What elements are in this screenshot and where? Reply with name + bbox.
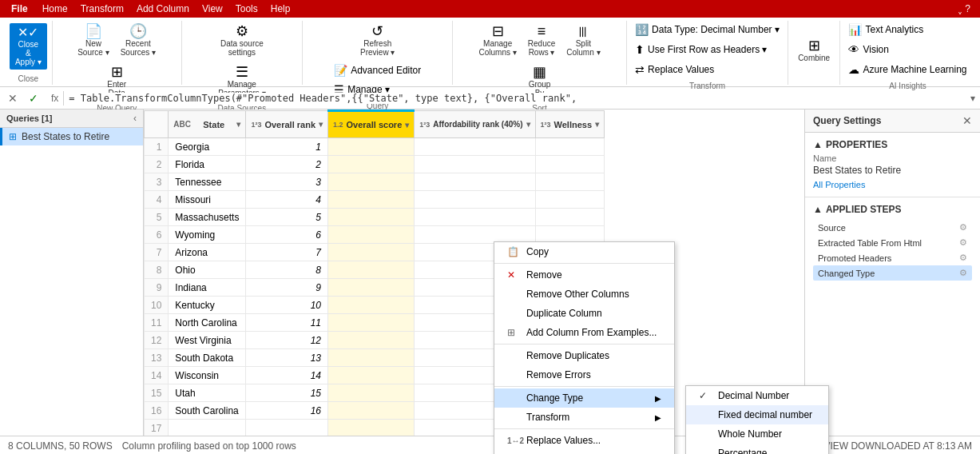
cell-rank: 15 [246, 384, 328, 402]
close-apply-button[interactable]: ✕✓ Close &Apply ▾ [10, 23, 47, 70]
col-header-state[interactable]: ABC State ▾ [169, 111, 246, 138]
manage-columns-button[interactable]: ⊟ ManageColumns ▾ [474, 21, 522, 60]
ctx-replace-values-label: Replace Values... [526, 435, 601, 446]
cell-rownum: 1 [145, 138, 169, 156]
col-header-overall-score[interactable]: 1.2 Overall score ▾ [328, 111, 415, 138]
qs-all-properties-link[interactable]: All Properties [813, 180, 865, 189]
col-header-affordability[interactable]: 1²3 Affordability rank (40%) ▾ [415, 111, 535, 138]
query-item-name: Best States to Retire [22, 131, 109, 142]
qs-steps-collapse-icon[interactable]: ▲ [813, 204, 823, 215]
data-source-settings-button[interactable]: ⚙ Data sourcesettings [216, 21, 268, 60]
cell-score [328, 420, 415, 436]
qs-properties-label: ▲ PROPERTIES [813, 139, 972, 150]
qs-close-button[interactable]: ✕ [962, 114, 972, 127]
menu-view[interactable]: View [196, 2, 229, 16]
ctx-add-examples-icon: ⊞ [507, 327, 520, 338]
formula-check-button[interactable]: ✓ [26, 90, 42, 106]
col-filter-score[interactable]: ▾ [405, 121, 409, 129]
col-header-wellness[interactable]: 1²3 Wellness ▾ [535, 111, 605, 138]
ctx-remove-errors[interactable]: Remove Errors [494, 365, 674, 384]
step-gear-source[interactable]: ⚙ [959, 222, 967, 233]
formula-input[interactable] [69, 93, 966, 104]
file-menu[interactable]: File [3, 2, 36, 16]
cell-state: Indiana [169, 279, 246, 297]
formula-expand-button[interactable]: ▾ [970, 93, 975, 104]
menu-help[interactable]: Help [264, 2, 297, 16]
reduce-rows-button[interactable]: ≡ ReduceRows ▾ [523, 21, 560, 60]
change-type-submenu: ✓ Decimal Number Fixed decimal number Wh… [685, 385, 829, 454]
step-gear-changed-type[interactable]: ⚙ [959, 268, 967, 278]
recent-sources-label: RecentSources ▾ [121, 39, 156, 57]
query-item-best-states[interactable]: ⊞ Best States to Retire [0, 128, 143, 145]
menu-transform[interactable]: Transform [74, 2, 130, 16]
ctx-duplicate-label: Duplicate Column [526, 308, 602, 319]
ctx-transform[interactable]: Transform ▶ [494, 408, 674, 427]
advanced-editor-icon: 📝 [334, 64, 347, 77]
ctx-sep3 [494, 386, 674, 387]
submenu-decimal[interactable]: ✓ Decimal Number [686, 386, 828, 405]
ctx-add-examples[interactable]: ⊞ Add Column From Examples... [494, 323, 674, 342]
table-row[interactable]: 1 Georgia 1 [145, 138, 605, 156]
qs-properties-collapse-icon[interactable]: ▲ [813, 139, 823, 150]
menu-home[interactable]: Home [36, 2, 74, 16]
ctx-remove-other[interactable]: Remove Other Columns [494, 285, 674, 304]
cell-score [328, 261, 415, 279]
ctx-copy[interactable]: 📋 Copy [494, 242, 674, 261]
step-gear-promoted-headers[interactable]: ⚙ [959, 253, 967, 263]
submenu-percentage[interactable]: Percentage [686, 444, 828, 454]
menu-add-column[interactable]: Add Column [130, 2, 196, 16]
cell-rank: 13 [246, 349, 328, 367]
cell-score [328, 297, 415, 314]
col-name-state: State [194, 120, 233, 129]
vision-icon: 👁 [848, 43, 859, 56]
step-item-extracted-table[interactable]: Extracted Table From Html ⚙ [813, 235, 972, 250]
cell-rownum: 14 [145, 367, 169, 384]
ctx-duplicate[interactable]: Duplicate Column [494, 304, 674, 323]
refresh-preview-button[interactable]: ↺ RefreshPreview ▾ [355, 21, 399, 60]
ctx-add-examples-label: Add Column From Examples... [526, 327, 657, 338]
close-group-label: Close [18, 73, 39, 85]
col-filter-state[interactable]: ▾ [236, 120, 240, 129]
ctx-remove-duplicates[interactable]: Remove Duplicates [494, 346, 674, 365]
col-filter-wellness[interactable]: ▾ [595, 120, 599, 129]
menu-bar: File Home Transform Add Column View Tool… [0, 0, 980, 18]
table-row[interactable]: 4 Missouri 4 [145, 191, 605, 209]
submenu-whole[interactable]: Whole Number [686, 424, 828, 444]
advanced-editor-button[interactable]: 📝 Advanced Editor [330, 62, 425, 79]
qs-header: Query Settings ✕ [805, 110, 980, 133]
ctx-copy-icon: 📋 [507, 246, 520, 257]
vision-button[interactable]: 👁 Vision [844, 41, 892, 58]
queries-collapse-button[interactable]: ‹ [133, 113, 137, 124]
ctx-replace-errors[interactable]: Replace Errors... [494, 450, 674, 454]
submenu-fixed-decimal[interactable]: Fixed decimal number [686, 405, 828, 424]
col-header-overall-rank[interactable]: 1²3 Overall rank ▾ [246, 111, 328, 138]
formula-cancel-button[interactable]: ✕ [5, 90, 21, 106]
step-item-source[interactable]: Source ⚙ [813, 220, 972, 235]
combine-button[interactable]: ⊞ Combine [793, 35, 835, 66]
col-filter-afford[interactable]: ▾ [526, 120, 530, 129]
menu-tools[interactable]: Tools [229, 2, 264, 16]
split-column-button[interactable]: ⫼ SplitColumn ▾ [561, 21, 605, 60]
ctx-change-type[interactable]: Change Type ▶ [494, 388, 674, 408]
step-gear-extracted-table[interactable]: ⚙ [959, 237, 967, 248]
step-item-changed-type[interactable]: Changed Type ⚙ [813, 265, 972, 281]
replace-values-ribbon-button[interactable]: ⇄ Replace Values [631, 61, 718, 78]
ctx-remove[interactable]: ✕ Remove [494, 265, 674, 285]
cell-wellness [535, 156, 605, 173]
cell-afford [415, 156, 535, 173]
cell-state: Massachusetts [169, 209, 246, 226]
cell-wellness [535, 191, 605, 209]
use-first-row-button[interactable]: ⬆ Use First Row as Headers ▾ [631, 41, 771, 58]
text-analytics-button[interactable]: 📊 Text Analytics [844, 21, 927, 38]
reduce-rows-icon: ≡ [538, 24, 546, 38]
table-row[interactable]: 2 Florida 2 [145, 156, 605, 173]
ctx-replace-values[interactable]: 1↔2 Replace Values... [494, 431, 674, 450]
step-item-promoted-headers[interactable]: Promoted Headers ⚙ [813, 250, 972, 265]
recent-sources-button[interactable]: 🕒 RecentSources ▾ [116, 21, 161, 60]
table-row[interactable]: 3 Tennessee 3 [145, 173, 605, 191]
col-filter-rank[interactable]: ▾ [319, 120, 323, 129]
new-source-button[interactable]: 📄 NewSource ▾ [73, 21, 113, 60]
azure-ml-button[interactable]: ☁ Azure Machine Learning [844, 61, 970, 78]
table-row[interactable]: 5 Massachusetts 5 [145, 209, 605, 226]
data-type-button[interactable]: 🔢 Data Type: Decimal Number ▾ [631, 21, 784, 38]
